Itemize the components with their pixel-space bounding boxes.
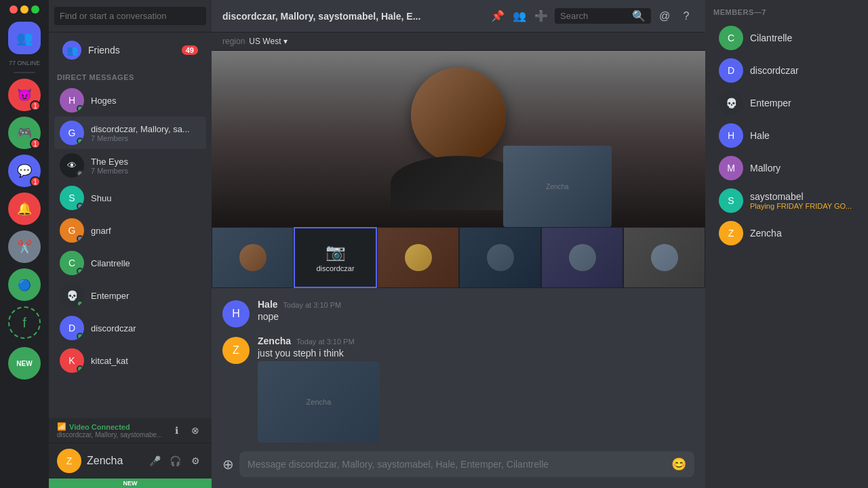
zencha-image-preview: Zencha	[258, 361, 380, 443]
dm-item-gnarf[interactable]: G gnarf	[54, 214, 206, 247]
msg-text-zencha: just you steph i think	[258, 348, 694, 359]
headphones-button[interactable]: 🎧	[167, 453, 183, 469]
add-member-icon[interactable]: ➕	[533, 8, 549, 24]
messages-list: H Hale Today at 3:10 PM nope Z Zencha To…	[212, 288, 705, 451]
message-input[interactable]	[248, 451, 666, 477]
message-input-bar: ⊕ 😊	[212, 451, 705, 488]
dm-item-group[interactable]: G discordczar, Mallory, sa... 7 Members	[54, 117, 206, 149]
msg-content-hale: Hale Today at 3:10 PM nope	[258, 299, 694, 327]
member-item-cilantrelle[interactable]: C Cilantrelle	[711, 22, 863, 54]
at-icon[interactable]: @	[656, 8, 673, 24]
dm-item-kitcat[interactable]: K kitcat_kat	[54, 344, 206, 377]
dm-avatar-hoges: H	[60, 88, 84, 113]
message-group-hale: H Hale Today at 3:10 PM nope	[222, 296, 694, 330]
member-item-mallory[interactable]: M Mallory	[711, 152, 863, 184]
new-server-button[interactable]: NEW	[8, 347, 41, 380]
header-search-input[interactable]	[560, 11, 628, 21]
cam-off-icon: 📷	[326, 243, 346, 262]
member-item-saystomabel[interactable]: S saystomabel Playing FRIDAY FRIDAY GO..…	[711, 184, 863, 217]
server-icon-6[interactable]: 🔵	[8, 268, 41, 301]
emoji-button[interactable]: 😊	[671, 457, 686, 472]
status-dot-cilantrelle	[77, 268, 83, 274]
dm-avatar-eyes: 👁	[60, 153, 84, 178]
vc-disconnect-button[interactable]: ⊗	[187, 422, 203, 439]
current-user-name: Zencha	[87, 455, 141, 467]
dm-name-gnarf: gnarf	[91, 226, 201, 236]
video-connected-sub: discordczar, Mallory, saystomabe...	[57, 431, 164, 439]
dm-info-gnarf: gnarf	[91, 226, 201, 236]
friends-item[interactable]: 👥 Friends 49	[54, 35, 206, 65]
member-item-zencha[interactable]: Z Zencha	[711, 217, 863, 249]
region-bar: region US West	[212, 33, 705, 51]
dm-item-eyes[interactable]: 👁 The Eyes 7 Members	[54, 149, 206, 182]
thumb-4[interactable]	[459, 227, 541, 288]
msg-avatar-hale: H	[222, 300, 250, 327]
dm-item-discordczar[interactable]: D discordczar	[54, 312, 206, 344]
member-avatar-saystomabel: S	[719, 188, 743, 213]
dm-avatar-kitcat: K	[60, 348, 84, 373]
dm-avatar-cilantrelle: C	[60, 251, 84, 275]
vc-info-button[interactable]: ℹ	[168, 422, 184, 439]
thumb-6[interactable]	[623, 227, 705, 288]
member-name-cilantrelle: Cilantrelle	[750, 33, 792, 43]
dm-item-hoges[interactable]: H Hoges	[54, 84, 206, 117]
online-count: 77 ONLINE	[9, 60, 40, 66]
members-icon[interactable]: 👥	[511, 8, 528, 24]
region-label: region	[222, 37, 245, 46]
server-icon-2[interactable]: 🎮 1	[8, 117, 41, 149]
dm-item-shuu[interactable]: S Shuu	[54, 182, 206, 214]
status-dot-group	[77, 138, 83, 144]
main-video	[212, 51, 705, 227]
status-dot-kitcat	[77, 365, 83, 372]
add-attachment-button[interactable]: ⊕	[222, 456, 234, 472]
server-icon-direct-messages[interactable]: 👥	[8, 22, 41, 54]
server-icon-4[interactable]: 🔔	[8, 192, 41, 225]
dm-info-hoges: Hoges	[91, 96, 201, 106]
msg-time-zencha: Today at 3:10 PM	[296, 338, 355, 346]
thumb-discordczar[interactable]: 📷 discordczar	[294, 227, 377, 288]
add-server-button[interactable]: f	[8, 306, 41, 339]
search-bar-container	[49, 0, 212, 33]
member-item-entemper[interactable]: 💀 Entemper	[711, 87, 863, 119]
member-avatar-discordczar: D	[719, 58, 743, 83]
channel-sidebar: 👥 Friends 49 DIRECT MESSAGES H Hoges G d…	[49, 0, 212, 488]
thumb-3[interactable]	[377, 227, 459, 288]
search-icon: 🔍	[632, 9, 646, 22]
server-bar: 👥 77 ONLINE 😈 1 🎮 1 💬 1 🔔 ✂️ 🔵 f NEW	[0, 0, 49, 488]
msg-author-zencha: Zencha	[258, 336, 291, 346]
dm-section-label: DIRECT MESSAGES	[49, 68, 212, 84]
dm-info-shuu: Shuu	[91, 193, 201, 203]
server-icon-3[interactable]: 💬 1	[8, 155, 41, 187]
dm-sub-group: 7 Members	[91, 134, 201, 142]
status-dot-entemper	[77, 300, 83, 307]
thumb-1[interactable]	[212, 227, 294, 288]
member-item-hale[interactable]: H Hale	[711, 119, 863, 152]
thumb-5[interactable]	[541, 227, 623, 288]
minimize-button[interactable]	[20, 5, 28, 14]
dm-item-entemper[interactable]: 💀 Entemper	[54, 279, 206, 312]
close-button[interactable]	[9, 5, 18, 14]
dm-name-group: discordczar, Mallory, sa...	[91, 124, 201, 134]
dm-name-entemper: Entemper	[91, 291, 201, 301]
members-header: MEMBERS—7	[705, 0, 868, 22]
status-dot-gnarf	[77, 235, 83, 242]
dm-avatar-shuu: S	[60, 186, 84, 210]
member-name-entemper: Entemper	[750, 98, 791, 108]
member-item-discordczar[interactable]: D discordczar	[711, 54, 863, 87]
help-icon[interactable]: ?	[678, 8, 694, 24]
maximize-button[interactable]	[31, 5, 39, 14]
new-badge: NEW	[49, 479, 212, 488]
member-name-zencha: Zencha	[750, 228, 782, 239]
signal-icon: 📶	[57, 422, 66, 431]
dm-avatar-group: G	[60, 121, 84, 145]
dm-item-cilantrelle[interactable]: C Cilantrelle	[54, 247, 206, 279]
pin-icon[interactable]: 📌	[490, 8, 506, 24]
server-icon-1[interactable]: 😈 1	[8, 79, 41, 111]
dm-name-cilantrelle: Cilantrelle	[91, 258, 201, 268]
settings-button[interactable]: ⚙	[187, 453, 203, 469]
region-value[interactable]: US West	[249, 37, 287, 46]
user-avatar: Z	[57, 449, 81, 473]
search-input[interactable]	[54, 7, 206, 25]
mute-button[interactable]: 🎤	[146, 453, 163, 469]
server-icon-5[interactable]: ✂️	[8, 230, 41, 263]
